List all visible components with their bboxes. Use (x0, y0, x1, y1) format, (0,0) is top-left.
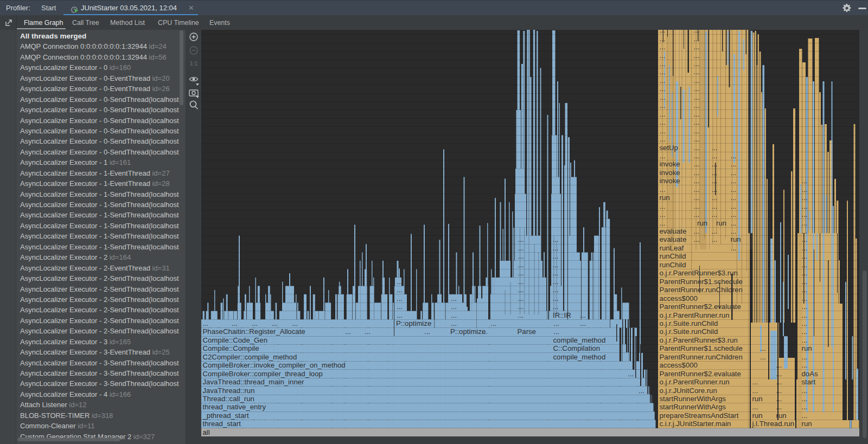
svg-text:...: ... (776, 370, 782, 378)
svg-text:invoke: invoke (660, 169, 680, 177)
svg-text:...: ... (660, 152, 666, 160)
svg-text:...: ... (252, 319, 258, 327)
svg-text:o.j.r.ParentRunner.run: o.j.r.ParentRunner.run (660, 378, 730, 386)
svg-text:run: run (716, 219, 726, 227)
svg-text:invoke: invoke (660, 160, 680, 168)
svg-text:...: ... (848, 411, 854, 420)
svg-text:startRunnerWithArgs: startRunnerWithArgs (660, 403, 726, 411)
svg-text:...: ... (752, 403, 758, 411)
svg-text:...: ... (776, 403, 782, 411)
svg-text:...: ... (802, 261, 808, 269)
svg-text:...: ... (397, 286, 403, 294)
svg-text:o.j.r.ParentRunner$3.run: o.j.r.ParentRunner$3.run (660, 336, 738, 344)
svg-text:...: ... (345, 327, 351, 336)
svg-text:...: ... (712, 144, 718, 152)
svg-text:...: ... (482, 327, 488, 336)
svg-text:o.j.r.Suite.runChild: o.j.r.Suite.runChild (660, 327, 718, 336)
svg-text:...: ... (731, 194, 737, 202)
svg-text:invoke: invoke (660, 177, 680, 185)
svg-text:...: ... (694, 101, 700, 110)
svg-text:j.l.Thread.run: j.l.Thread.run (752, 420, 795, 428)
svg-text:...: ... (694, 68, 700, 76)
svg-text:run: run (752, 395, 763, 403)
svg-text:...: ... (553, 286, 559, 294)
svg-text:CompileBroker::compiler_thread: CompileBroker::compiler_thread_loop (203, 370, 323, 378)
svg-text:compile_method: compile_method (553, 353, 606, 361)
svg-text:...: ... (397, 294, 403, 303)
svg-text:runChild: runChild (660, 261, 686, 269)
svg-text:...: ... (490, 319, 496, 327)
svg-text:ParentRunner$2.evaluate: ParentRunner$2.evaluate (660, 370, 741, 378)
svg-text:...: ... (731, 244, 737, 252)
svg-text:C2Compiler::compile_method: C2Compiler::compile_method (203, 353, 297, 361)
svg-text:...: ... (694, 118, 700, 126)
svg-text:...: ... (518, 269, 524, 277)
svg-text:ParentRunner.runChildren: ParentRunner.runChildren (660, 353, 743, 361)
svg-text:...: ... (776, 378, 782, 386)
svg-text:...: ... (660, 93, 666, 101)
svg-text:access$000: access$000 (660, 361, 698, 369)
svg-text:...: ... (802, 194, 808, 202)
svg-text:...: ... (518, 278, 524, 286)
svg-text:...: ... (802, 327, 808, 336)
svg-text:start: start (802, 378, 816, 386)
svg-text:...: ... (776, 361, 782, 369)
svg-text:...: ... (660, 85, 666, 93)
svg-text:...: ... (712, 177, 718, 185)
svg-text:ParentRunner$1.schedule: ParentRunner$1.schedule (660, 344, 743, 352)
svg-text:...: ... (694, 52, 700, 60)
svg-text:...: ... (731, 202, 737, 210)
svg-text:...: ... (660, 210, 666, 218)
svg-text:...: ... (802, 336, 808, 344)
svg-text:...: ... (553, 294, 559, 303)
svg-text:...: ... (202, 319, 208, 327)
svg-text:...: ... (660, 60, 666, 68)
svg-text:...: ... (776, 395, 782, 403)
svg-text:...: ... (553, 327, 559, 336)
svg-text:...: ... (660, 202, 666, 210)
svg-text:...: ... (518, 252, 524, 260)
svg-text:...: ... (518, 294, 524, 303)
svg-text:P::optimize: P::optimize (396, 319, 431, 327)
svg-text:run: run (731, 235, 741, 243)
svg-text:...: ... (660, 43, 666, 51)
svg-text:thread_start: thread_start (203, 420, 241, 428)
svg-text:...: ... (553, 261, 559, 269)
svg-text:...: ... (712, 194, 718, 202)
svg-text:...: ... (802, 235, 808, 243)
svg-text:...: ... (694, 144, 700, 152)
svg-text:...: ... (712, 202, 718, 210)
svg-text:...: ... (802, 353, 808, 361)
svg-text:...: ... (712, 210, 718, 218)
svg-text:...: ... (553, 303, 559, 311)
svg-text:Parse: Parse (518, 327, 536, 336)
svg-text:runChild: runChild (660, 252, 686, 260)
svg-text:...: ... (712, 235, 718, 243)
svg-text:...: ... (272, 319, 278, 327)
svg-text:...: ... (712, 169, 718, 177)
svg-text:setUp: setUp (660, 144, 678, 152)
svg-text:_pthread_start: _pthread_start (202, 411, 249, 420)
svg-text:...: ... (660, 219, 666, 227)
svg-text:...: ... (694, 227, 700, 235)
svg-text:doAs: doAs (802, 370, 818, 378)
svg-text:...: ... (694, 185, 700, 194)
svg-text:...: ... (451, 311, 457, 319)
svg-text:...: ... (802, 403, 808, 411)
svg-text:...: ... (660, 35, 666, 43)
svg-text:PhaseChaitin::Register_Allocat: PhaseChaitin::Register_Allocate (203, 327, 305, 336)
svg-text:JavaThread::run: JavaThread::run (203, 387, 255, 395)
svg-text:compile_method: compile_method (553, 336, 606, 344)
svg-text:...: ... (802, 395, 808, 403)
svg-text:CompileBroker::invoke_compiler: CompileBroker::invoke_compiler_on_method (203, 361, 346, 369)
svg-text:...: ... (802, 303, 808, 311)
svg-text:...: ... (232, 319, 238, 327)
svg-text:...: ... (712, 160, 718, 168)
svg-text:...: ... (694, 202, 700, 210)
svg-text:...: ... (694, 76, 700, 85)
svg-text:...: ... (660, 127, 666, 135)
svg-text:...: ... (752, 378, 758, 386)
svg-text:access$000: access$000 (660, 294, 698, 303)
svg-text:...: ... (451, 319, 457, 327)
svg-text:...: ... (802, 361, 808, 369)
